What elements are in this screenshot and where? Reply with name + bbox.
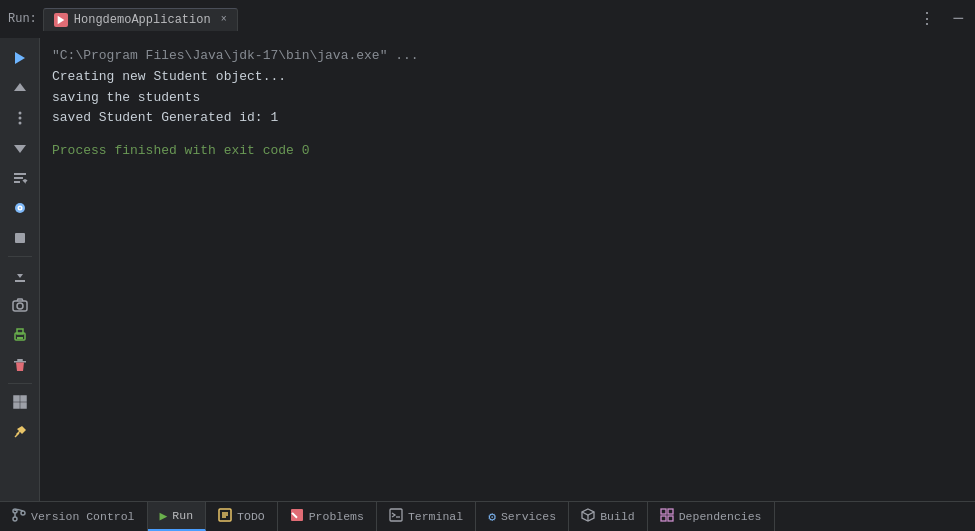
- dependencies-label: Dependencies: [679, 510, 762, 523]
- sidebar: [0, 38, 40, 501]
- console-line-5: Process finished with exit code 0: [52, 141, 963, 162]
- problems-label: Problems: [309, 510, 364, 523]
- download-button[interactable]: [6, 261, 34, 289]
- bottom-bar: Version Control ▶ Run TODO Problems: [0, 501, 975, 531]
- tab-icon: [54, 13, 68, 27]
- stop-icon: [12, 230, 28, 246]
- run-tab[interactable]: HongdemoApplication ×: [43, 8, 238, 31]
- deps-svg: [660, 508, 674, 522]
- top-bar-left: Run: HongdemoApplication ×: [8, 8, 238, 31]
- todo-label: TODO: [237, 510, 265, 523]
- svg-rect-18: [17, 329, 23, 334]
- build-icon: [581, 508, 595, 526]
- svg-point-16: [17, 303, 23, 309]
- tab-run[interactable]: ▶ Run: [148, 502, 207, 531]
- svg-rect-25: [21, 403, 26, 408]
- svg-marker-1: [15, 52, 25, 64]
- tab-todo[interactable]: TODO: [206, 502, 278, 531]
- version-control-label: Version Control: [31, 510, 135, 523]
- delete-button[interactable]: [6, 351, 34, 379]
- tab-dependencies[interactable]: Dependencies: [648, 502, 775, 531]
- run-tab-label: Run: [172, 509, 193, 522]
- highlight-button[interactable]: [6, 194, 34, 222]
- svg-point-12: [19, 207, 21, 209]
- svg-point-3: [18, 112, 21, 115]
- minimize-button[interactable]: ─: [949, 8, 967, 30]
- run-label: Run:: [8, 12, 37, 26]
- svg-rect-13: [15, 233, 25, 243]
- svg-rect-8: [14, 177, 23, 179]
- sidebar-separator-2: [8, 383, 32, 384]
- camera-icon: [12, 297, 28, 313]
- more-vert-icon: [12, 110, 28, 126]
- top-bar: Run: HongdemoApplication × ⋮ ─: [0, 0, 975, 38]
- main-area: "C:\Program Files\Java\jdk-17\bin\java.e…: [0, 38, 975, 501]
- print-icon: [12, 327, 28, 343]
- svg-point-29: [21, 511, 25, 515]
- scroll-down-button[interactable]: [6, 134, 34, 162]
- more-options-button[interactable]: [6, 104, 34, 132]
- svg-rect-7: [14, 173, 26, 175]
- svg-rect-22: [14, 396, 19, 401]
- tab-services[interactable]: ⚙ Services: [476, 502, 569, 531]
- tab-problems[interactable]: Problems: [278, 502, 377, 531]
- print-button[interactable]: [6, 321, 34, 349]
- problems-icon: [290, 508, 304, 526]
- tab-run-icon: [56, 15, 66, 25]
- more-options-button[interactable]: ⋮: [915, 7, 939, 31]
- console-line-2: Creating new Student object...: [52, 67, 963, 88]
- svg-rect-21: [17, 359, 23, 361]
- tab-terminal[interactable]: Terminal: [377, 502, 476, 531]
- terminal-icon: [389, 508, 403, 526]
- stop-button[interactable]: [6, 224, 34, 252]
- sidebar-separator: [8, 256, 32, 257]
- svg-marker-0: [57, 15, 64, 23]
- play-button[interactable]: [6, 44, 34, 72]
- screenshot-button[interactable]: [6, 291, 34, 319]
- console-area: "C:\Program Files\Java\jdk-17\bin\java.e…: [40, 38, 975, 501]
- terminal-label: Terminal: [408, 510, 463, 523]
- run-tab-icon: ▶: [160, 508, 168, 524]
- soft-wrap-button[interactable]: [6, 164, 34, 192]
- todo-icon: [218, 508, 232, 526]
- svg-marker-6: [14, 145, 26, 153]
- tab-version-control[interactable]: Version Control: [0, 502, 148, 531]
- trash-icon: [12, 357, 28, 373]
- svg-rect-9: [14, 181, 20, 183]
- version-control-icon: [12, 508, 26, 526]
- svg-point-5: [18, 122, 21, 125]
- svg-rect-20: [14, 361, 26, 363]
- svg-rect-24: [14, 403, 19, 408]
- svg-rect-23: [21, 396, 26, 401]
- svg-rect-33: [661, 509, 666, 514]
- svg-point-4: [18, 117, 21, 120]
- build-label: Build: [600, 510, 635, 523]
- scroll-up-button[interactable]: [6, 74, 34, 102]
- tab-build[interactable]: Build: [569, 502, 648, 531]
- svg-marker-2: [14, 83, 26, 91]
- pin-icon: [12, 424, 28, 440]
- dependencies-icon: [660, 508, 674, 526]
- svg-rect-36: [668, 516, 673, 521]
- play-icon: [12, 50, 28, 66]
- highlight-icon: [12, 200, 28, 216]
- svg-rect-34: [668, 509, 673, 514]
- layers-button[interactable]: [6, 388, 34, 416]
- console-line-4: saved Student Generated id: 1: [52, 108, 963, 129]
- vc-svg: [12, 508, 26, 522]
- services-label: Services: [501, 510, 556, 523]
- console-line-3: saving the students: [52, 88, 963, 109]
- top-bar-right: ⋮ ─: [915, 7, 967, 31]
- console-line-1: "C:\Program Files\Java\jdk-17\bin\java.e…: [52, 46, 963, 67]
- svg-rect-35: [661, 516, 666, 521]
- layers-icon: [12, 394, 28, 410]
- tab-close-button[interactable]: ×: [221, 14, 227, 25]
- svg-rect-19: [17, 337, 23, 339]
- problems-svg: [290, 508, 304, 522]
- tab-label: HongdemoApplication: [74, 13, 211, 27]
- svg-rect-14: [15, 280, 25, 282]
- console-spacer: [52, 129, 963, 141]
- up-arrow-icon: [12, 80, 28, 96]
- svg-point-28: [13, 517, 17, 521]
- pin-button[interactable]: [6, 418, 34, 446]
